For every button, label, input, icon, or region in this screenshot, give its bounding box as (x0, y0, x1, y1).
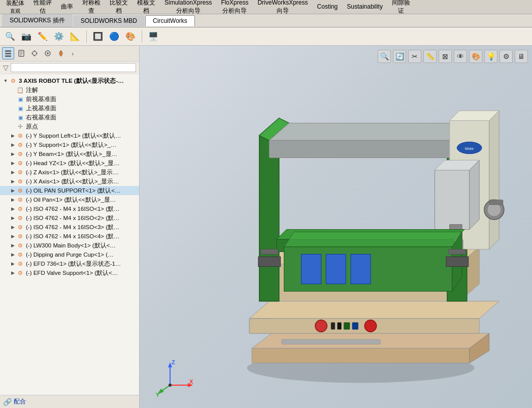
tree-node-ybeam[interactable]: ▶ ⚙ (-) Y Beam<1> (默认<<默认>_显… (0, 149, 139, 159)
root-label: 3 AXIS ROBOT TLE (默认<显示状态-… (19, 77, 124, 85)
menu-item-floxpress[interactable]: FloXpress分析向导 (217, 0, 252, 16)
menu-item-template[interactable]: 模板文档 (133, 0, 159, 16)
tree-node-top-plane[interactable]: ▣ 上视基准面 (0, 104, 139, 113)
tree-btn-more[interactable]: › (68, 47, 80, 59)
tree-btn-display[interactable] (42, 47, 54, 59)
svg-point-13 (47, 52, 49, 54)
viewport[interactable]: 🔍 🔄 ✂ 📏 ⊠ 👁 🎨 💡 ⚙ 🖥 (140, 46, 532, 408)
tree-node-iso4[interactable]: ▶ ⚙ (-) ISO 4762 - M4 x 16ISO<4> (默… (0, 232, 139, 241)
svg-rect-50 (435, 170, 470, 230)
tree-node-xaxis[interactable]: ▶ ⚙ (-) X Axis<1> (默认<<默认>_显示… (0, 177, 139, 186)
iso1-expander[interactable]: ▶ (9, 205, 16, 212)
toolbar-search-btn[interactable]: 🔍 (3, 29, 17, 44)
tree-node-annotations[interactable]: 📋 注解 (0, 85, 139, 95)
tree-node-front-plane[interactable]: ▣ 前视基准面 (0, 95, 139, 104)
tree-node-ysupport[interactable]: ▶ ⚙ (-) Y Support<1> (默认<<默认>_… (0, 140, 139, 149)
vp-section-btn[interactable]: ⊠ (439, 50, 452, 63)
ybeam-icon: ⚙ (16, 150, 24, 158)
right-plane-expander (9, 114, 16, 121)
root-expander[interactable]: ▼ (2, 77, 9, 84)
tree-root[interactable]: ▼ ⚙ 3 AXIS ROBOT TLE (默认<显示状态-… (0, 76, 139, 85)
xaxis-icon: ⚙ (16, 177, 24, 185)
assembly-icon: 🔗 (3, 398, 12, 406)
tree-node-iso2[interactable]: ▶ ⚙ (-) ISO 4762 - M4 x 16ISO<2> (默… (0, 213, 139, 223)
front-plane-icon: ▣ (16, 95, 24, 103)
vp-zoom-btn[interactable]: 🔍 (378, 50, 391, 63)
assembly-footer[interactable]: 🔗 配合 (0, 395, 139, 408)
tree-btn-config[interactable] (28, 47, 41, 59)
ysupport-expander[interactable]: ▶ (9, 141, 16, 148)
xaxis-expander[interactable]: ▶ (9, 178, 16, 185)
menu-item-curve[interactable]: 曲率 (57, 2, 77, 12)
tree-node-oilpan[interactable]: ▶ ⚙ (-) Oil Pan<1> (默认<<默认>_显… (0, 195, 139, 204)
toolbar-circle-btn[interactable]: 🔵 (107, 29, 121, 44)
tree-node-efd736[interactable]: ▶ ⚙ (-) EFD 736<1> (默认<显示状态-1… (0, 259, 139, 268)
vp-settings-btn[interactable]: ⚙ (500, 50, 513, 63)
toolbar-color-btn[interactable]: 🎨 (123, 29, 138, 44)
ysupportleft-label: (-) Y Support Left<1> (默认<<默认… (26, 132, 121, 140)
tree-node-right-plane[interactable]: ▣ 右视基准面 (0, 113, 139, 122)
vp-measure-btn[interactable]: 📏 (423, 50, 437, 63)
iso2-expander[interactable]: ▶ (9, 214, 16, 222)
efdvalve-expander[interactable]: ▶ (9, 269, 16, 276)
menu-item-compare[interactable]: 比较文档 (106, 0, 132, 16)
menu-item-simxpress[interactable]: SimulationXpress分析向导 (160, 0, 216, 16)
svg-rect-62 (326, 254, 346, 284)
toolbar-box-btn[interactable]: 🔲 (91, 29, 105, 44)
svg-rect-24 (338, 323, 342, 330)
tab-solidworks-mbd[interactable]: SOLIDWORKS MBD (73, 15, 145, 26)
dipping-expander[interactable]: ▶ (9, 251, 16, 258)
tree-node-headyz[interactable]: ▶ ⚙ (-) Head YZ<1> (默认<<默认>_显… (0, 159, 139, 168)
vp-rotate-btn[interactable]: 🔄 (393, 50, 406, 63)
menu-item-perf[interactable]: 性能评估 (29, 0, 56, 16)
tree-node-efdvalve[interactable]: ▶ ⚙ (-) EFD Valve Support<1> (默认<… (0, 268, 139, 277)
menu-item-costing[interactable]: Costing (313, 2, 342, 12)
toolbar-camera-btn[interactable]: 📷 (19, 29, 34, 44)
filter-input[interactable] (11, 63, 136, 72)
oilpan-expander[interactable]: ▶ (9, 196, 16, 203)
lw300-expander[interactable]: ▶ (9, 242, 16, 249)
menu-item-sym[interactable]: 对称检查 (78, 0, 105, 16)
tree-node-ysupportleft[interactable]: ▶ ⚙ (-) Y Support Left<1> (默认<<默认… (0, 131, 139, 140)
vp-lights-btn[interactable]: 💡 (484, 50, 497, 63)
headyz-expander[interactable]: ▶ (9, 160, 16, 167)
tree-node-iso3[interactable]: ▶ ⚙ (-) ISO 4762 - M4 x 16ISO<3> (默… (0, 223, 139, 232)
tree-node-dipping[interactable]: ▶ ⚙ (-) Dipping and Purge Cup<1> (… (0, 250, 139, 259)
menu-item-assembly[interactable]: 装配体直观 (2, 0, 28, 15)
tab-circuitworks[interactable]: CircuitWorks (145, 15, 195, 26)
iso4-expander[interactable]: ▶ (9, 233, 16, 240)
tree-btn-property[interactable] (15, 47, 27, 59)
vp-monitor-btn[interactable]: 🖥 (515, 50, 528, 63)
oilpansupport-expander[interactable]: ▶ (9, 187, 16, 194)
vp-view-btn[interactable]: 👁 (454, 50, 467, 63)
tree-btn-feature[interactable] (2, 47, 14, 59)
vp-select-btn[interactable]: ✂ (408, 50, 421, 63)
toolbar-display-btn[interactable]: 🖥️ (146, 29, 160, 44)
annotations-expander (9, 86, 16, 93)
annotations-icon: 📋 (16, 86, 24, 94)
svg-point-78 (169, 384, 172, 387)
tree-node-lw300[interactable]: ▶ ⚙ (-) LW300 Main Body<1> (默认<… (0, 241, 139, 250)
toolbar-edit-btn[interactable]: ✏️ (36, 29, 50, 44)
tree-node-origin[interactable]: ✛ 原点 (0, 122, 139, 131)
toolbar-measure-btn[interactable]: 📐 (68, 29, 82, 44)
feature-tree: ▼ ⚙ 3 AXIS ROBOT TLE (默认<显示状态-… 📋 注解 ▣ 前… (0, 74, 139, 395)
vp-display-btn[interactable]: 🎨 (469, 50, 482, 63)
tree-node-oilpansupport[interactable]: ▶ ⚙ (-) OIL PAN SUPPORT<1> (默认<… (0, 186, 139, 195)
tab-solidworks-plugin[interactable]: SOLIDWORKS 插件 (2, 14, 73, 27)
menu-item-clearance[interactable]: 间隙验证 (388, 0, 414, 16)
iso3-expander[interactable]: ▶ (9, 224, 16, 231)
tree-node-iso1[interactable]: ▶ ⚙ (-) ISO 4762 - M4 x 16ISO<1> (默… (0, 204, 139, 213)
tree-btn-appearance[interactable] (55, 47, 67, 59)
ysupportleft-expander[interactable]: ▶ (9, 132, 16, 139)
zaxis-expander[interactable]: ▶ (9, 169, 16, 176)
menu-item-driveworks[interactable]: DriveWorksXpress向导 (253, 0, 312, 16)
svg-text:Y: Y (156, 392, 160, 398)
efd736-expander[interactable]: ▶ (9, 260, 16, 267)
ysupport-label: (-) Y Support<1> (默认<<默认>_… (26, 141, 116, 149)
toolbar-settings-btn[interactable]: ⚙️ (52, 29, 66, 44)
ybeam-expander[interactable]: ▶ (9, 150, 16, 158)
oilpan-icon: ⚙ (16, 196, 24, 204)
menu-item-sustainability[interactable]: Sustainability (343, 2, 387, 12)
tree-node-zaxis[interactable]: ▶ ⚙ (-) Z Axis<1> (默认<<默认>_显示… (0, 168, 139, 177)
